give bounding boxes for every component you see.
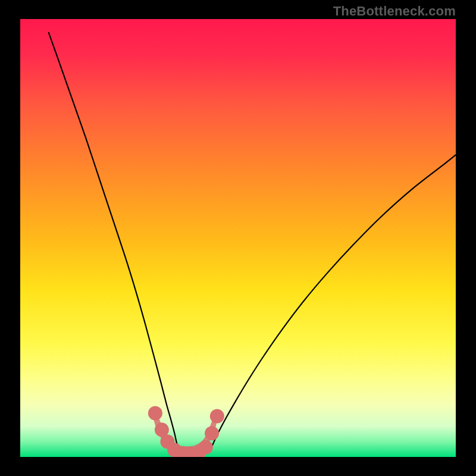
marker-dot (148, 406, 162, 420)
marker-dot (210, 409, 224, 424)
chart-frame (20, 19, 456, 457)
marker-dot (205, 426, 219, 440)
heatmap-background (20, 19, 456, 457)
bottleneck-chart (20, 19, 456, 457)
watermark-text: TheBottleneck.com (333, 4, 456, 19)
marker-dot (199, 440, 213, 455)
